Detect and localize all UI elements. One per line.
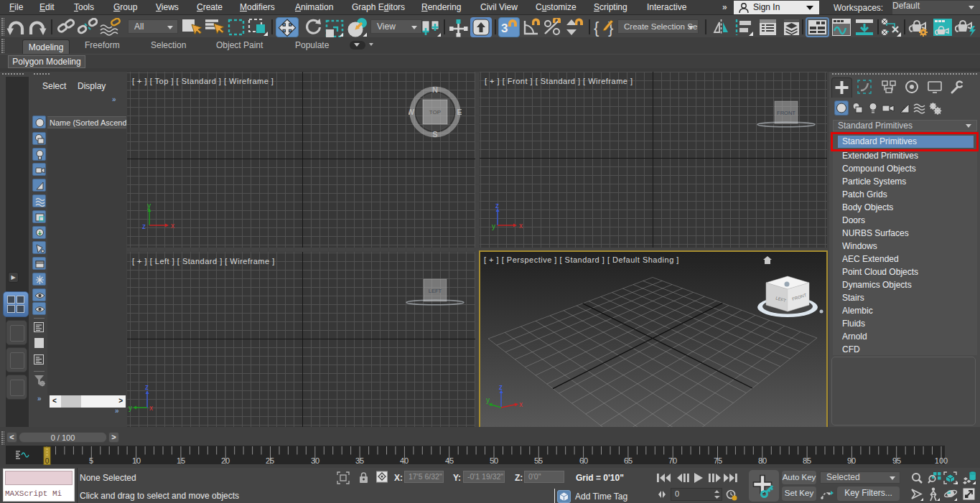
svg-text:y: y [129,404,132,412]
svg-text:LEFT: LEFT [429,288,442,294]
svg-text:5: 5 [89,456,93,465]
svg-text:x: x [171,222,174,230]
svg-text:N: N [432,85,438,94]
svg-text:85: 85 [803,456,811,465]
svg-text:z: z [495,202,499,210]
svg-text:E: E [457,108,462,116]
svg-text:z: z [499,385,503,391]
svg-text:FRONT: FRONT [777,110,795,116]
svg-text:{: { [594,19,599,37]
svg-text:65: 65 [624,456,633,465]
svg-text:50: 50 [490,456,498,465]
svg-text:20: 20 [221,456,230,465]
svg-text:z: z [145,383,149,391]
svg-text:100: 100 [935,456,948,465]
svg-text:15: 15 [177,456,185,465]
svg-text:y: y [147,202,151,210]
svg-text:10: 10 [132,456,141,465]
svg-text:W: W [409,108,415,116]
svg-text:S: S [432,130,437,138]
svg-text:90: 90 [847,456,856,465]
svg-text:x: x [519,222,523,230]
svg-text:60: 60 [579,456,588,465]
svg-text:25: 25 [266,456,274,465]
svg-text:45: 45 [445,456,454,465]
svg-text:75: 75 [714,456,722,465]
svg-text:95: 95 [892,456,901,465]
svg-text:55: 55 [534,456,543,465]
svg-text:TOP: TOP [429,109,441,116]
svg-text:x: x [149,404,153,412]
svg-text:80: 80 [758,456,767,465]
svg-text:30: 30 [311,456,319,465]
svg-text:x: x [519,400,523,408]
svg-text:z: z [142,222,146,230]
svg-text:70: 70 [668,456,677,465]
svg-text:35: 35 [355,456,364,465]
svg-text:3: 3 [501,22,508,35]
svg-text:y: y [492,222,495,230]
svg-text:40: 40 [400,456,409,465]
svg-text:y: y [486,396,490,404]
svg-text:0: 0 [45,457,50,465]
